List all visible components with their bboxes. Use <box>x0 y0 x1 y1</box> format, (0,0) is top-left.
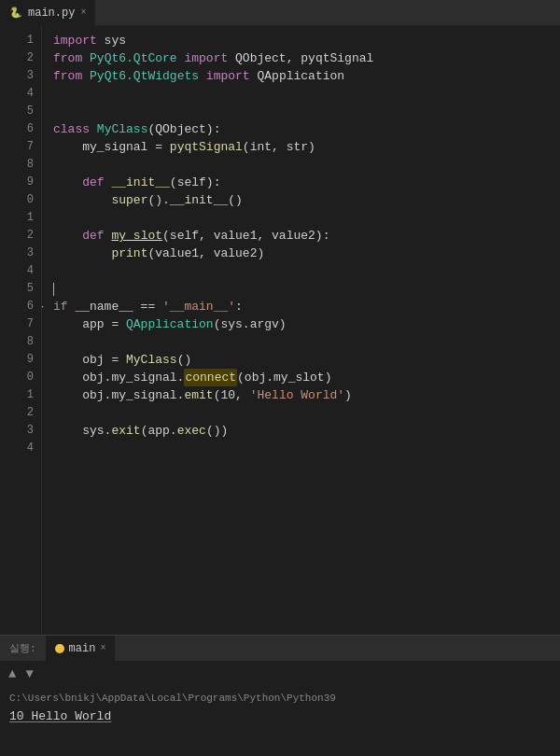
line-num-9: ⊟9 <box>0 174 34 191</box>
panel-tab-bar: 실행: main × <box>0 636 560 662</box>
python-icon: 🐍 <box>9 7 22 19</box>
debug-arrow-icon: ▶ <box>42 298 44 315</box>
panel-controls: ▲ ▼ <box>0 662 560 686</box>
bottom-panel: 실행: main × ▲ ▼ C:\Users\bnikj\AppData\Lo… <box>0 635 560 756</box>
code-area[interactable]: 1 2 ⊟3 4 5 ⊟6 7 8 ⊟9 ⊟0 1 ⊟2 ⊟3 4 5 6 7 … <box>0 26 560 635</box>
line-num-4: 4 <box>0 85 34 103</box>
line-num-3: ⊟3 <box>0 67 34 85</box>
line-num-24: 4 <box>0 440 34 457</box>
code-line-8 <box>53 156 560 174</box>
code-line-1: import sys <box>53 32 560 49</box>
line-num-8: 8 <box>0 156 34 174</box>
code-line-15 <box>53 280 560 298</box>
line-num-22: 2 <box>0 404 34 422</box>
line-num-18: 8 <box>0 333 34 351</box>
python-run-icon <box>55 644 64 653</box>
line-num-14: 4 <box>0 262 34 280</box>
scroll-down-button[interactable]: ▼ <box>22 665 35 683</box>
output-path: C:\Users\bnikj\AppData\Local\Programs\Py… <box>9 690 551 707</box>
tab-label: main.py <box>28 7 75 20</box>
line-num-23: ⊟3 <box>0 422 34 440</box>
line-num-15: 5 <box>0 280 34 298</box>
line-num-21: 1 <box>0 386 34 404</box>
tab-close-button[interactable]: × <box>80 7 86 18</box>
code-line-17: app = QApplication(sys.argv) <box>53 315 560 333</box>
line-num-19: 9 <box>0 351 34 369</box>
line-num-10: ⊟0 <box>0 191 34 209</box>
code-line-18 <box>53 333 560 351</box>
code-line-9: def __init__(self): <box>53 174 560 191</box>
code-line-21: obj.my_signal.emit(10, 'Hello World') <box>53 386 560 404</box>
editor-container: 🐍 main.py × 1 2 ⊟3 4 5 ⊟6 7 8 ⊟9 ⊟0 1 ⊟2… <box>0 0 560 756</box>
code-line-13: print(value1, value2) <box>53 245 560 262</box>
main-tab[interactable]: 🐍 main.py × <box>0 0 96 26</box>
code-line-24 <box>53 440 560 457</box>
run-tab[interactable]: main × <box>46 636 116 662</box>
line-num-5: 5 <box>0 103 34 120</box>
panel-label: 실행: <box>0 641 46 655</box>
code-line-3: from PyQt6.QtWidgets import QApplication <box>53 67 560 85</box>
code-line-2: from PyQt6.QtCore import QObject, pyqtSi… <box>53 49 560 67</box>
code-line-16: ▶ if __name__ == '__main__': <box>53 298 560 315</box>
line-num-2: 2 <box>0 49 34 67</box>
output-text: 10 Hello World <box>9 709 111 723</box>
line-num-6: ⊟6 <box>0 120 34 138</box>
code-line-10: super().__init__() <box>53 191 560 209</box>
code-line-6: class MyClass(QObject): <box>53 120 560 138</box>
line-num-1: 1 <box>0 32 34 49</box>
tab-bar: 🐍 main.py × <box>0 0 560 26</box>
panel-tab-label: main <box>69 642 96 655</box>
code-line-7: my_signal = pyqtSignal(int, str) <box>53 138 560 156</box>
scroll-up-button[interactable]: ▲ <box>6 665 19 683</box>
code-line-5 <box>53 103 560 120</box>
line-num-12: ⊟2 <box>0 227 34 245</box>
text-cursor <box>53 283 54 296</box>
line-num-17: 7 <box>0 315 34 333</box>
code-line-14 <box>53 262 560 280</box>
kw-import-1: import <box>53 32 97 49</box>
code-line-4 <box>53 85 560 103</box>
code-line-23: sys.exit(app.exec()) <box>53 422 560 440</box>
code-line-22 <box>53 404 560 422</box>
line-num-7: 7 <box>0 138 34 156</box>
code-line-11 <box>53 209 560 227</box>
kw-from-2: from <box>53 49 82 67</box>
panel-output: C:\Users\bnikj\AppData\Local\Programs\Py… <box>0 686 560 756</box>
code-line-19: obj = MyClass() <box>53 351 560 369</box>
line-num-11: 1 <box>0 209 34 227</box>
line-numbers: 1 2 ⊟3 4 5 ⊟6 7 8 ⊟9 ⊟0 1 ⊟2 ⊟3 4 5 6 7 … <box>0 26 42 635</box>
line-num-16: 6 <box>0 298 34 315</box>
line-num-20: 0 <box>0 369 34 386</box>
code-line-20: obj.my_signal.connect(obj.my_slot) <box>53 369 560 386</box>
code-editor[interactable]: import sys from PyQt6.QtCore import QObj… <box>42 26 560 635</box>
line-num-13: ⊟3 <box>0 245 34 262</box>
code-line-12: def my_slot(self, value1, value2): <box>53 227 560 245</box>
output-result: 10 Hello World <box>9 708 551 725</box>
panel-tab-close-button[interactable]: × <box>100 643 105 653</box>
